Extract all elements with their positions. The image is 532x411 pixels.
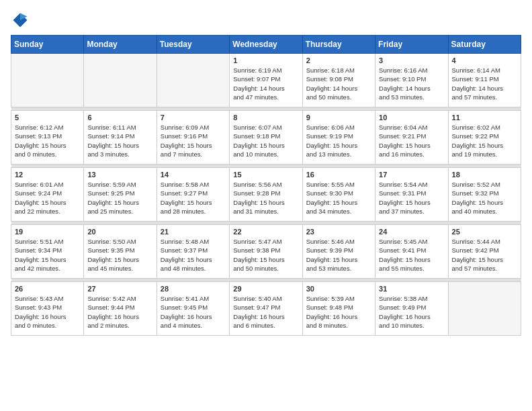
day-info: Sunrise: 6:01 AMSunset: 9:24 PMDaylight:… (15, 180, 80, 216)
day-cell: 2Sunrise: 6:18 AMSunset: 9:08 PMDaylight… (302, 54, 375, 107)
day-info: Sunrise: 5:56 AMSunset: 9:28 PMDaylight:… (233, 180, 298, 216)
header-monday: Monday (84, 36, 157, 54)
day-cell: 14Sunrise: 5:58 AMSunset: 9:27 PMDayligh… (157, 168, 229, 222)
day-number: 20 (87, 228, 152, 236)
day-info: Sunrise: 6:16 AMSunset: 9:10 PMDaylight:… (379, 66, 444, 101)
day-cell: 27Sunrise: 5:42 AMSunset: 9:44 PMDayligh… (84, 282, 157, 336)
day-info: Sunrise: 6:12 AMSunset: 9:13 PMDaylight:… (15, 123, 80, 158)
day-cell: 22Sunrise: 5:47 AMSunset: 9:38 PMDayligh… (230, 225, 302, 279)
day-number: 10 (379, 113, 444, 122)
day-number: 24 (379, 228, 444, 236)
day-cell: 11Sunrise: 6:02 AMSunset: 9:22 PMDayligh… (448, 111, 521, 165)
header-tuesday: Tuesday (157, 36, 229, 54)
week-row-2: 5Sunrise: 6:12 AMSunset: 9:13 PMDaylight… (11, 111, 521, 165)
day-number: 6 (87, 113, 152, 122)
day-number: 29 (233, 285, 298, 293)
day-cell: 3Sunrise: 6:16 AMSunset: 9:10 PMDaylight… (375, 54, 448, 107)
day-cell: 12Sunrise: 6:01 AMSunset: 9:24 PMDayligh… (11, 168, 84, 222)
day-info: Sunrise: 5:44 AMSunset: 9:42 PMDaylight:… (452, 237, 517, 273)
day-cell: 9Sunrise: 6:06 AMSunset: 9:19 PMDaylight… (302, 111, 375, 165)
day-cell (11, 54, 84, 107)
day-number: 14 (161, 171, 226, 179)
day-number: 21 (161, 228, 226, 236)
day-number: 3 (379, 56, 444, 64)
day-number: 22 (233, 228, 298, 236)
day-cell: 15Sunrise: 5:56 AMSunset: 9:28 PMDayligh… (230, 168, 302, 222)
day-info: Sunrise: 5:50 AMSunset: 9:35 PMDaylight:… (87, 237, 152, 273)
week-row-1: 1Sunrise: 6:19 AMSunset: 9:07 PMDaylight… (11, 54, 521, 107)
day-info: Sunrise: 5:55 AMSunset: 9:30 PMDaylight:… (306, 180, 371, 216)
page-header (11, 11, 521, 30)
header-row: SundayMondayTuesdayWednesdayThursdayFrid… (11, 36, 521, 54)
day-number: 5 (15, 113, 80, 122)
logo (11, 11, 32, 30)
day-cell: 28Sunrise: 5:41 AMSunset: 9:45 PMDayligh… (157, 282, 229, 336)
day-info: Sunrise: 5:47 AMSunset: 9:38 PMDaylight:… (233, 237, 298, 273)
header-wednesday: Wednesday (230, 36, 302, 54)
day-number: 19 (15, 228, 80, 236)
day-number: 30 (306, 285, 371, 293)
day-cell: 18Sunrise: 5:52 AMSunset: 9:32 PMDayligh… (448, 168, 521, 222)
week-row-5: 26Sunrise: 5:43 AMSunset: 9:43 PMDayligh… (11, 282, 521, 336)
day-number: 11 (452, 113, 517, 122)
header-thursday: Thursday (302, 36, 375, 54)
day-number: 27 (87, 285, 152, 293)
day-number: 26 (15, 285, 80, 293)
day-info: Sunrise: 5:41 AMSunset: 9:45 PMDaylight:… (161, 294, 226, 330)
day-number: 8 (233, 113, 298, 122)
day-info: Sunrise: 6:07 AMSunset: 9:18 PMDaylight:… (233, 123, 298, 158)
day-cell: 1Sunrise: 6:19 AMSunset: 9:07 PMDaylight… (230, 54, 302, 107)
day-info: Sunrise: 5:39 AMSunset: 9:48 PMDaylight:… (306, 294, 371, 330)
day-info: Sunrise: 6:04 AMSunset: 9:21 PMDaylight:… (379, 123, 444, 158)
day-info: Sunrise: 6:14 AMSunset: 9:11 PMDaylight:… (452, 66, 517, 101)
day-cell: 5Sunrise: 6:12 AMSunset: 9:13 PMDaylight… (11, 111, 84, 165)
day-info: Sunrise: 5:46 AMSunset: 9:39 PMDaylight:… (306, 237, 371, 273)
day-number: 17 (379, 171, 444, 179)
day-number: 15 (233, 171, 298, 179)
day-number: 16 (306, 171, 371, 179)
day-info: Sunrise: 5:52 AMSunset: 9:32 PMDaylight:… (452, 180, 517, 216)
day-cell: 13Sunrise: 5:59 AMSunset: 9:25 PMDayligh… (84, 168, 157, 222)
day-cell: 30Sunrise: 5:39 AMSunset: 9:48 PMDayligh… (302, 282, 375, 336)
day-info: Sunrise: 5:54 AMSunset: 9:31 PMDaylight:… (379, 180, 444, 216)
day-number: 23 (306, 228, 371, 236)
day-info: Sunrise: 5:51 AMSunset: 9:34 PMDaylight:… (15, 237, 80, 273)
header-friday: Friday (375, 36, 448, 54)
day-info: Sunrise: 5:42 AMSunset: 9:44 PMDaylight:… (87, 294, 152, 330)
week-row-3: 12Sunrise: 6:01 AMSunset: 9:24 PMDayligh… (11, 168, 521, 222)
day-cell: 19Sunrise: 5:51 AMSunset: 9:34 PMDayligh… (11, 225, 84, 279)
day-cell (157, 54, 229, 107)
calendar: SundayMondayTuesdayWednesdayThursdayFrid… (11, 35, 521, 336)
day-info: Sunrise: 6:11 AMSunset: 9:14 PMDaylight:… (87, 123, 152, 158)
day-cell: 10Sunrise: 6:04 AMSunset: 9:21 PMDayligh… (375, 111, 448, 165)
day-cell (448, 282, 521, 336)
day-cell: 25Sunrise: 5:44 AMSunset: 9:42 PMDayligh… (448, 225, 521, 279)
day-number: 1 (233, 56, 298, 64)
day-number: 12 (15, 171, 80, 179)
day-cell: 21Sunrise: 5:48 AMSunset: 9:37 PMDayligh… (157, 225, 229, 279)
day-cell: 16Sunrise: 5:55 AMSunset: 9:30 PMDayligh… (302, 168, 375, 222)
day-info: Sunrise: 5:45 AMSunset: 9:41 PMDaylight:… (379, 237, 444, 273)
day-cell: 6Sunrise: 6:11 AMSunset: 9:14 PMDaylight… (84, 111, 157, 165)
day-number: 9 (306, 113, 371, 122)
header-sunday: Sunday (11, 36, 84, 54)
day-info: Sunrise: 5:38 AMSunset: 9:49 PMDaylight:… (379, 294, 444, 330)
logo-icon (11, 11, 30, 30)
day-info: Sunrise: 6:02 AMSunset: 9:22 PMDaylight:… (452, 123, 517, 158)
day-number: 28 (161, 285, 226, 293)
day-info: Sunrise: 6:06 AMSunset: 9:19 PMDaylight:… (306, 123, 371, 158)
day-cell: 31Sunrise: 5:38 AMSunset: 9:49 PMDayligh… (375, 282, 448, 336)
day-info: Sunrise: 6:09 AMSunset: 9:16 PMDaylight:… (161, 123, 226, 158)
day-number: 18 (452, 171, 517, 179)
day-info: Sunrise: 5:48 AMSunset: 9:37 PMDaylight:… (161, 237, 226, 273)
day-cell: 29Sunrise: 5:40 AMSunset: 9:47 PMDayligh… (230, 282, 302, 336)
day-cell: 24Sunrise: 5:45 AMSunset: 9:41 PMDayligh… (375, 225, 448, 279)
day-cell: 23Sunrise: 5:46 AMSunset: 9:39 PMDayligh… (302, 225, 375, 279)
day-info: Sunrise: 6:19 AMSunset: 9:07 PMDaylight:… (233, 66, 298, 101)
day-cell: 20Sunrise: 5:50 AMSunset: 9:35 PMDayligh… (84, 225, 157, 279)
header-saturday: Saturday (448, 36, 521, 54)
day-info: Sunrise: 5:43 AMSunset: 9:43 PMDaylight:… (15, 294, 80, 330)
week-row-4: 19Sunrise: 5:51 AMSunset: 9:34 PMDayligh… (11, 225, 521, 279)
day-info: Sunrise: 5:40 AMSunset: 9:47 PMDaylight:… (233, 294, 298, 330)
day-info: Sunrise: 5:58 AMSunset: 9:27 PMDaylight:… (161, 180, 226, 216)
